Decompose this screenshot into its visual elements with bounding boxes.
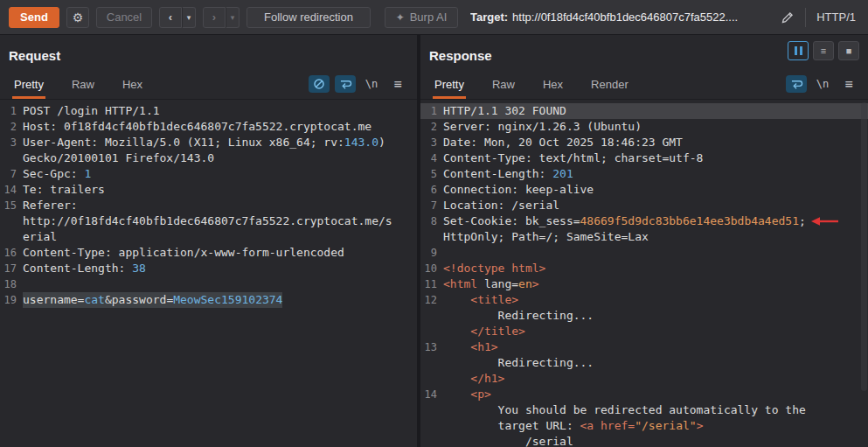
code-line[interactable]: 15Referer: <box>0 198 417 213</box>
code-line[interactable]: 8Set-Cookie: bk_sess=48669f5d9dc83bb6e14… <box>420 213 868 229</box>
target-label: Target: <box>470 10 508 24</box>
request-tab-pretty[interactable]: Pretty <box>12 78 45 99</box>
code-text: Content-Type: application/x-www-form-url… <box>23 245 344 261</box>
edit-target-button[interactable] <box>781 10 795 24</box>
request-editor[interactable]: 1POST /login HTTP/1.12Host: 0f18fd4cf40b… <box>0 100 417 447</box>
hamburger-menu-icon: ≡ <box>393 76 401 92</box>
code-line[interactable]: 17Content-Length: 38 <box>0 261 417 276</box>
cancel-button[interactable]: Cancel <box>96 7 152 28</box>
sparkle-icon: ✦ <box>396 11 405 24</box>
code-line[interactable]: erial <box>0 229 417 245</box>
code-line[interactable]: 1POST /login HTTP/1.1 <box>0 103 417 119</box>
response-editor-menu-button[interactable]: ≡ <box>838 75 859 93</box>
layout-rows-button[interactable]: ≡ <box>813 41 834 60</box>
code-line[interactable]: 11<html lang=en> <box>420 276 868 292</box>
wrap-text-icon <box>339 79 352 90</box>
code-line[interactable]: /serial <box>420 434 868 447</box>
code-line[interactable]: 14 <p> <box>420 387 868 402</box>
annotation-arrow-icon <box>809 215 840 227</box>
show-newlines-toggle[interactable]: \n <box>361 75 382 93</box>
code-line[interactable]: 10<!doctype html> <box>420 261 868 276</box>
code-line[interactable]: 19username=cat&password=MeowSec159102374 <box>0 292 417 308</box>
code-line[interactable]: target URL: <a href="/serial"> <box>420 418 868 434</box>
send-button[interactable]: Send <box>9 7 59 28</box>
code-text: </h1> <box>443 371 504 387</box>
response-code: 1HTTP/1.1 302 FOUND2Server: nginx/1.26.3… <box>420 103 868 447</box>
code-text: HTTP/1.1 302 FOUND <box>443 103 566 119</box>
burp-ai-button[interactable]: ✦ Burp AI <box>385 7 458 28</box>
code-text: User-Agent: Mozilla/5.0 (X11; Linux x86_… <box>23 135 385 150</box>
code-line[interactable]: 18 <box>0 276 417 292</box>
code-line[interactable]: 1HTTP/1.1 302 FOUND <box>420 103 868 119</box>
code-line[interactable]: http://0f18fd4cf40bfb1dec646807c7fa5522.… <box>0 213 417 229</box>
word-wrap-toggle[interactable] <box>786 75 807 93</box>
code-text: <html lang=en> <box>443 276 539 292</box>
response-tab-pretty[interactable]: Pretty <box>433 78 466 99</box>
code-line[interactable]: </h1> <box>420 371 868 387</box>
history-back-button[interactable]: ‹ <box>159 7 182 28</box>
line-number: 15 <box>0 198 23 213</box>
caret-down-icon: ▾ <box>187 13 191 22</box>
response-scrollbar[interactable] <box>861 102 867 391</box>
code-line[interactable]: 7Location: /serial <box>420 198 868 213</box>
code-line[interactable]: 7Sec-Gpc: 1 <box>0 166 417 182</box>
layout-single-button[interactable]: ■ <box>838 41 859 60</box>
newline-icon: \n <box>365 78 378 90</box>
history-back-group: ‹ ▾ <box>159 7 196 28</box>
hide-irrelevant-content-toggle[interactable] <box>309 75 330 93</box>
response-editor[interactable]: 1HTTP/1.1 302 FOUND2Server: nginx/1.26.3… <box>420 100 868 447</box>
code-line[interactable]: 4Content-Type: text/html; charset=utf-8 <box>420 150 868 166</box>
request-editor-menu-button[interactable]: ≡ <box>387 75 408 93</box>
code-line[interactable]: 9 <box>420 245 868 261</box>
code-line[interactable]: 3Date: Mon, 20 Oct 2025 18:46:23 GMT <box>420 135 868 150</box>
code-line[interactable]: 14Te: trailers <box>0 182 417 198</box>
line-number <box>0 213 23 229</box>
code-line[interactable]: 13 <h1> <box>420 339 868 355</box>
line-number <box>0 150 23 166</box>
request-code: 1POST /login HTTP/1.12Host: 0f18fd4cf40b… <box>0 103 417 308</box>
code-text: Gecko/20100101 Firefox/143.0 <box>23 150 214 166</box>
target-url: http://0f18fd4cf40bfb1dec646807c7fa5522.… <box>512 10 738 24</box>
line-number: 9 <box>420 245 443 261</box>
request-tab-raw[interactable]: Raw <box>70 78 96 99</box>
code-text: Content-Type: text/html; charset=utf-8 <box>443 150 703 166</box>
response-tab-hex[interactable]: Hex <box>541 78 565 99</box>
show-newlines-toggle[interactable]: \n <box>812 75 833 93</box>
history-forward-button[interactable]: › <box>203 7 226 28</box>
code-line[interactable]: 12 <title> <box>420 292 868 308</box>
line-number: 17 <box>0 261 23 276</box>
code-line[interactable]: 5Content-Length: 201 <box>420 166 868 182</box>
code-line[interactable]: 2Host: 0f18fd4cf40bfb1dec646807c7fa5522.… <box>0 119 417 135</box>
request-settings-button[interactable]: ⚙ <box>66 7 89 28</box>
history-back-dropdown[interactable]: ▾ <box>182 7 196 28</box>
code-line[interactable]: 16Content-Type: application/x-www-form-u… <box>0 245 417 261</box>
line-number: 8 <box>420 213 443 229</box>
code-text: Content-Length: 38 <box>23 261 146 276</box>
follow-redirection-button[interactable]: Follow redirection <box>247 7 371 28</box>
code-line[interactable]: 2Server: nginx/1.26.3 (Ubuntu) <box>420 119 868 135</box>
response-panel: ≡ ■ Response Pretty Raw Hex Render <box>420 35 868 447</box>
pause-updates-button[interactable] <box>788 41 809 60</box>
code-text: You should be redirected automatically t… <box>443 402 806 418</box>
response-tab-render[interactable]: Render <box>589 78 630 99</box>
request-tab-hex[interactable]: Hex <box>121 78 144 99</box>
response-tab-raw[interactable]: Raw <box>490 78 517 99</box>
word-wrap-toggle[interactable] <box>335 75 356 93</box>
code-line[interactable]: 6Connection: keep-alive <box>420 182 868 198</box>
line-number <box>420 402 443 418</box>
code-text: <title> <box>443 292 518 308</box>
toolbar: Send ⚙ Cancel ‹ ▾ › ▾ Follow redirection… <box>0 0 868 35</box>
code-line[interactable]: 3User-Agent: Mozilla/5.0 (X11; Linux x86… <box>0 135 417 150</box>
code-line[interactable]: Redirecting... <box>420 355 868 371</box>
code-line[interactable]: You should be redirected automatically t… <box>420 402 868 418</box>
history-forward-group: › ▾ <box>203 7 240 28</box>
code-line[interactable]: </title> <box>420 324 868 339</box>
message-editor-split: Request Pretty Raw Hex <box>0 35 868 447</box>
code-line[interactable]: HttpOnly; Path=/; SameSite=Lax <box>420 229 868 245</box>
code-text: http://0f18fd4cf40bfb1dec646807c7fa5522.… <box>23 213 392 229</box>
line-number: 10 <box>420 261 443 276</box>
history-forward-dropdown[interactable]: ▾ <box>226 7 240 28</box>
code-line[interactable]: Redirecting... <box>420 308 868 324</box>
code-line[interactable]: Gecko/20100101 Firefox/143.0 <box>0 150 417 166</box>
code-text: Content-Length: 201 <box>443 166 573 182</box>
